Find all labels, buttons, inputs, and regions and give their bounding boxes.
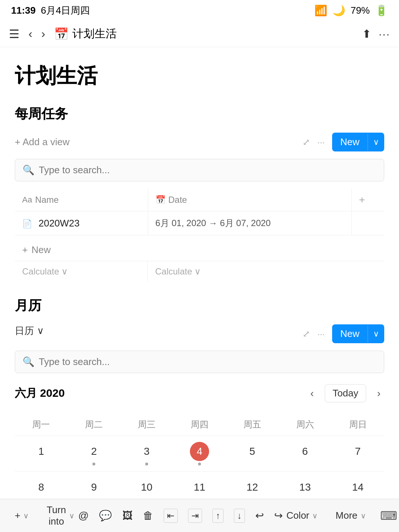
comment-icon[interactable]: 💬 xyxy=(99,509,112,522)
today-button[interactable]: Today xyxy=(325,384,366,402)
image-icon[interactable]: 🖼 xyxy=(122,509,133,522)
add-view-btn[interactable]: + Add a view xyxy=(15,136,69,148)
indent-left-icon[interactable]: ⇤ xyxy=(164,509,178,523)
calendar-day-cell[interactable]: 4 xyxy=(173,436,226,472)
day-number: 8 xyxy=(31,478,51,497)
day-number: 6 xyxy=(296,442,315,461)
keyboard-icon[interactable]: ⌨ xyxy=(380,509,397,523)
weekday-header: 周一 xyxy=(15,413,68,436)
turn-into-label: Turn into xyxy=(47,504,66,527)
share-icon[interactable]: ⬆ xyxy=(362,27,371,40)
view-toggle-label: 日历 xyxy=(15,324,34,337)
day-number: 9 xyxy=(84,478,103,497)
row-name-text: 2020W23 xyxy=(38,218,79,229)
expand-icon-1[interactable]: ⤢ xyxy=(303,137,310,147)
calculate-name[interactable]: Calculate ∨ xyxy=(15,261,148,282)
calendar-day-cell[interactable]: 1 xyxy=(15,436,68,472)
weekday-header: 周二 xyxy=(68,413,120,436)
more-btn[interactable]: More ∨ xyxy=(332,508,369,524)
new-btn-arrow-1[interactable]: ∨ xyxy=(368,134,384,151)
col-header-date[interactable]: 📅 Date xyxy=(148,189,351,211)
add-col-icon[interactable]: + xyxy=(359,194,365,205)
calendar-day-cell[interactable]: 6 xyxy=(279,436,331,472)
toolbar-mid-group: @ 💬 🖼 🗑 ⇤ ⇥ ↑ ↓ ↩ ↪ xyxy=(78,509,283,523)
day-dot xyxy=(145,463,148,466)
calendar-month-label: 六月 2020 xyxy=(15,386,65,401)
search-input-1[interactable] xyxy=(39,164,376,176)
calendar-day-cell[interactable]: 3 xyxy=(120,436,173,472)
delete-icon[interactable]: 🗑 xyxy=(143,509,153,522)
weekday-header: 周四 xyxy=(173,413,226,436)
more-icon[interactable]: ··· xyxy=(379,28,390,40)
forward-icon[interactable]: › xyxy=(41,27,45,41)
calendar-week-row: 1234567 xyxy=(15,436,384,472)
turn-into-btn[interactable]: Turn into ∨ xyxy=(43,502,78,529)
nav-right: ⬆ ··· xyxy=(362,27,390,40)
turn-into-chevron: ∨ xyxy=(69,511,75,520)
calendar-day-cell[interactable]: 7 xyxy=(331,436,384,472)
col-label-date: Date xyxy=(168,195,187,205)
color-btn[interactable]: Color ∨ xyxy=(283,508,321,524)
calendar-day-cell[interactable]: 2 xyxy=(68,436,120,472)
wifi-icon: 📶 xyxy=(314,4,327,17)
search-icon-2: 🔍 xyxy=(23,356,34,368)
indent-right-icon[interactable]: ⇥ xyxy=(188,509,202,523)
new-btn-arrow-2[interactable]: ∨ xyxy=(368,325,384,342)
day-number: 1 xyxy=(31,442,51,461)
col-header-add[interactable]: + xyxy=(351,189,384,211)
prev-month-btn[interactable]: ‹ xyxy=(307,385,317,402)
add-chevron: ∨ xyxy=(23,511,29,520)
db-actions-1: ⤢ ··· New ∨ xyxy=(303,133,384,151)
calendar-day-cell[interactable]: 5 xyxy=(226,436,279,472)
calculate-name-label: Calculate xyxy=(22,266,59,277)
day-number: 2 xyxy=(84,442,103,461)
move-down-icon[interactable]: ↓ xyxy=(234,509,245,523)
col-header-name[interactable]: Aa Name xyxy=(15,189,148,211)
plus-icon-new-row: + xyxy=(22,244,28,256)
db-toolbar-2: 日历 ∨ ⤢ ··· New ∨ xyxy=(15,321,384,347)
calendar-view-toggle[interactable]: 日历 ∨ xyxy=(15,324,44,337)
col-label-name: Name xyxy=(35,195,59,205)
options-icon-1[interactable]: ··· xyxy=(317,137,325,147)
status-bar: 11:39 6月4日周四 📶 🌙 79% 🔋 xyxy=(0,0,399,21)
new-row-button-1[interactable]: + New xyxy=(15,239,384,261)
calendar-weekdays-row: 周一周二周三周四周五周六周日 xyxy=(15,413,384,436)
db-actions-2: ⤢ ··· New ∨ xyxy=(303,324,384,343)
at-icon[interactable]: @ xyxy=(78,510,89,522)
db-table-1: Aa Name 📅 Date + xyxy=(15,189,384,235)
calculate-date[interactable]: Calculate ∨ xyxy=(148,261,384,282)
add-icon: + xyxy=(15,510,20,521)
table-row[interactable]: 📄 2020W23 6月 01, 2020 → 6月 07, 2020 xyxy=(15,211,384,235)
new-button-1[interactable]: New ∨ xyxy=(332,133,384,151)
weekday-header: 周三 xyxy=(120,413,173,436)
redo-icon[interactable]: ↪ xyxy=(274,509,283,522)
calculate-date-chevron: ∨ xyxy=(194,266,201,277)
color-chevron: ∨ xyxy=(312,511,318,520)
move-up-icon[interactable]: ↑ xyxy=(212,509,224,523)
menu-icon[interactable]: ☰ xyxy=(9,27,20,41)
next-month-btn[interactable]: › xyxy=(374,385,384,402)
options-icon-2[interactable]: ··· xyxy=(317,329,325,339)
back-icon[interactable]: ‹ xyxy=(28,27,33,41)
row-date-cell[interactable]: 6月 01, 2020 → 6月 07, 2020 xyxy=(148,211,351,235)
row-extra-cell xyxy=(351,211,384,235)
add-toolbar-btn[interactable]: + ∨ xyxy=(11,508,33,524)
new-button-2[interactable]: New ∨ xyxy=(332,324,384,343)
color-label: Color xyxy=(286,510,309,521)
search-bar-2: 🔍 xyxy=(15,351,384,373)
day-number: 14 xyxy=(348,478,368,497)
main-content: 计划生活 每周任务 + Add a view ⤢ ··· New ∨ 🔍 xyxy=(0,47,399,532)
new-btn-label-2: New xyxy=(332,324,368,343)
more-chevron: ∨ xyxy=(361,511,366,520)
calculate-row-1: Calculate ∨ Calculate ∨ xyxy=(15,261,384,282)
calculate-date-label: Calculate xyxy=(155,266,192,277)
expand-icon-2[interactable]: ⤢ xyxy=(303,329,310,339)
page-title: 计划生活 xyxy=(15,55,384,94)
row-doc-icon: 📄 xyxy=(22,219,32,228)
undo-icon[interactable]: ↩ xyxy=(255,509,264,522)
day-number: 10 xyxy=(137,478,156,497)
section-calendar: 月历 日历 ∨ ⤢ ··· New ∨ 🔍 六月 2020 ‹ xyxy=(15,297,384,532)
search-input-2[interactable] xyxy=(39,356,376,368)
calendar-nav: ‹ Today › xyxy=(307,384,384,402)
row-name-cell[interactable]: 📄 2020W23 xyxy=(15,211,148,235)
